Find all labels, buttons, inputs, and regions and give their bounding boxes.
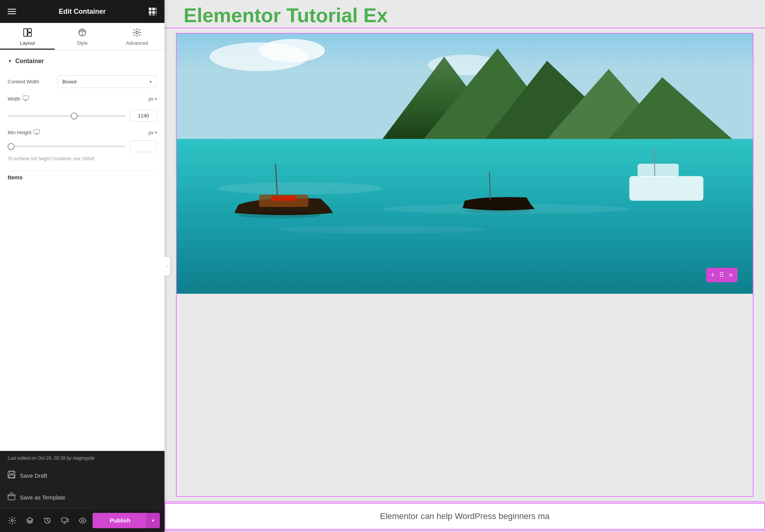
close-element-icon[interactable]: × [729,271,733,279]
svg-rect-20 [8,495,15,500]
save-template-button[interactable]: Save as Template [0,486,164,508]
svg-rect-10 [28,29,31,32]
layers-footer-button[interactable] [22,513,37,528]
min-height-unit-selector[interactable]: px ▾ [148,130,157,135]
responsive-footer-button[interactable] [57,513,73,528]
svg-rect-23 [67,519,68,522]
left-panel: Edit Container [0,0,164,532]
section-arrow-icon[interactable]: ▼ [8,59,12,64]
svg-point-37 [280,225,485,234]
publish-dropdown-button[interactable]: ▾ [146,513,160,528]
width-unit-selector[interactable]: px ▾ [148,96,157,102]
layout-icon [23,28,32,38]
container-element[interactable]: + ⠿ × [176,33,754,497]
preview-footer-button[interactable] [75,513,90,528]
panel-footer: Publish ▾ [0,508,164,532]
bottom-pink-line [164,501,765,502]
element-toolbar: + ⠿ × [706,268,737,282]
panel-tabs: Layout Style Advanced [0,23,164,50]
svg-rect-0 [149,8,151,10]
svg-point-45 [238,212,321,218]
width-input[interactable]: 1140 [130,110,157,122]
svg-rect-9 [24,29,27,36]
svg-rect-19 [9,475,14,478]
svg-rect-8 [156,15,156,15]
svg-rect-15 [23,96,29,100]
action-buttons: Save Draft Save as Template [0,465,164,508]
publish-button[interactable]: Publish [93,513,148,528]
svg-rect-11 [28,33,31,36]
svg-rect-2 [156,8,156,10]
canvas-main: + ⠿ × [164,29,765,501]
min-height-responsive-icon[interactable] [34,129,40,136]
svg-point-24 [82,519,84,521]
width-unit-caret-icon: ▾ [155,97,157,101]
dropdown-chevron-icon: ▾ [150,79,152,85]
tab-style[interactable]: Style [55,23,109,50]
add-element-icon[interactable]: + [711,271,715,279]
width-slider-container [8,112,125,120]
panel-bottom: Last edited on Oct 26, 00:39 by stagings… [0,451,164,508]
svg-point-27 [259,39,325,62]
canvas-header-title: Elementor Tutorial Ex [164,0,765,27]
min-height-label: Min Height [8,129,54,136]
collapse-panel-handle[interactable]: ‹ [164,257,171,276]
svg-point-35 [218,182,382,194]
save-draft-button[interactable]: Save Draft [0,465,164,486]
svg-rect-42 [629,176,703,201]
advanced-gear-icon [133,28,141,38]
svg-rect-39 [271,196,296,201]
hero-image[interactable]: + ⠿ × [177,34,753,294]
min-height-unit-value: px [148,130,153,135]
svg-rect-1 [152,8,155,10]
width-slider[interactable] [8,115,125,117]
svg-rect-18 [10,471,13,474]
save-template-icon [8,493,15,502]
min-height-input[interactable] [130,140,157,152]
svg-rect-4 [152,11,155,14]
min-height-unit-caret-icon: ▾ [155,130,157,135]
tab-style-label: Style [77,40,88,46]
svg-point-14 [136,31,138,34]
min-height-slider-container [8,143,125,150]
save-draft-label: Save Draft [20,472,47,479]
section-title-text: Container [15,58,44,65]
svg-rect-5 [156,11,156,14]
svg-rect-3 [149,11,151,14]
drag-element-icon[interactable]: ⠿ [719,271,724,279]
panel-title: Edit Container [59,8,106,16]
body-text-content: Elementor can help WordPress beginners m… [380,511,549,521]
content-width-control[interactable]: Boxed ▾ [57,75,157,88]
width-responsive-icon[interactable] [23,96,29,102]
save-template-label: Save as Template [20,494,65,501]
svg-point-46 [465,208,531,213]
tab-advanced[interactable]: Advanced [110,23,164,50]
tab-layout[interactable]: Layout [0,23,55,50]
content-width-dropdown[interactable]: Boxed ▾ [57,75,157,88]
width-unit-value: px [148,96,153,102]
content-width-value: Boxed [62,79,76,85]
publish-area: Publish ▾ [93,513,160,528]
container-section-title: ▼ Container [8,58,157,65]
min-height-slider[interactable] [8,146,125,147]
body-text-section[interactable]: Elementor can help WordPress beginners m… [164,503,765,530]
apps-grid-icon[interactable] [148,7,157,16]
svg-point-21 [11,519,13,521]
content-width-label: Content Width [8,79,54,85]
tab-advanced-label: Advanced [126,40,148,46]
last-edited-text: Last edited on Oct 26, 00:39 by stagings… [0,451,164,465]
collapse-arrow-icon: ‹ [167,264,168,268]
publish-dropdown-arrow-icon: ▾ [152,518,154,523]
content-width-field: Content Width Boxed ▾ [8,75,157,88]
svg-rect-16 [34,130,40,133]
settings-footer-button[interactable] [5,513,20,528]
top-pink-line [164,28,765,28]
svg-rect-22 [62,518,67,522]
style-icon [78,28,86,38]
help-text: To achieve full height Container use 100… [8,156,157,161]
canvas-area: Elementor Tutorial Ex [164,0,765,532]
width-slider-row: 1140 [8,110,157,122]
svg-rect-7 [152,15,155,15]
history-footer-button[interactable] [40,513,55,528]
hamburger-menu-icon[interactable] [8,9,16,14]
